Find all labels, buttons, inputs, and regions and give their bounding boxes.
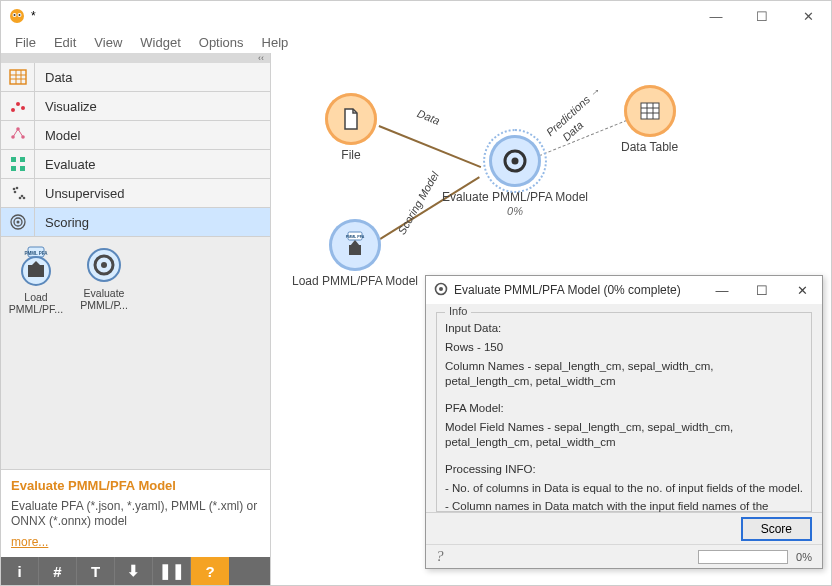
node-progress: 0% xyxy=(507,205,523,217)
help-icon[interactable]: ? xyxy=(436,548,444,565)
node-evaluate-pmml-pfa[interactable]: Evaluate PMML/PFA Model 0% xyxy=(435,135,595,217)
svg-point-23 xyxy=(15,187,18,190)
table-icon xyxy=(1,63,35,92)
widget-label: Evaluate PMML/P... xyxy=(75,287,133,311)
popup-maximize[interactable]: ☐ xyxy=(742,276,782,304)
info-text: Model Field Names - sepal_length_cm, sep… xyxy=(445,420,803,450)
sidebar: ‹‹ Data Visualize Model Evaluate xyxy=(1,53,271,585)
edge-label: Data xyxy=(416,107,442,127)
node-label: Evaluate PMML/PFA Model xyxy=(442,191,588,205)
menu-file[interactable]: File xyxy=(7,33,44,52)
widget-label: Load PMML/PF... xyxy=(7,291,65,315)
help-panel: Evaluate PMML/PFA Model Evaluate PFA (*.… xyxy=(1,469,270,557)
sidebar-item-visualize[interactable]: Visualize xyxy=(1,92,270,121)
info-text: Input Data: xyxy=(445,321,803,336)
menu-view[interactable]: View xyxy=(86,33,130,52)
popup-minimize[interactable]: — xyxy=(702,276,742,304)
svg-rect-19 xyxy=(20,157,25,162)
svg-point-22 xyxy=(12,188,15,191)
svg-rect-5 xyxy=(10,70,26,84)
svg-point-27 xyxy=(22,197,25,200)
node-load-pmml-pfa[interactable]: PMML PFA Load PMML/PFA Model xyxy=(285,219,425,289)
statusbar-help[interactable]: ? xyxy=(191,557,229,585)
load-model-icon: PMML PFA xyxy=(14,245,58,289)
sidebar-item-scoring[interactable]: Scoring xyxy=(1,208,270,237)
node-label: File xyxy=(341,149,360,163)
statusbar-text[interactable]: T xyxy=(77,557,115,585)
window-close[interactable]: ✕ xyxy=(785,1,831,31)
node-file[interactable]: File xyxy=(325,93,377,163)
evaluate-pmml-pfa-window: Evaluate PMML/PFA Model (0% complete) — … xyxy=(425,275,823,569)
svg-line-16 xyxy=(13,129,18,137)
svg-line-17 xyxy=(18,129,23,137)
statusbar-download[interactable]: ⬇ xyxy=(115,557,153,585)
tree-icon xyxy=(1,121,35,150)
info-text: Processing INFO: xyxy=(445,462,803,477)
menu-help[interactable]: Help xyxy=(254,33,297,52)
widget-load-pmml-pfa[interactable]: PMML PFA Load PMML/PF... xyxy=(7,245,65,315)
titlebar: * — ☐ ✕ xyxy=(1,1,831,31)
menu-options[interactable]: Options xyxy=(191,33,252,52)
svg-point-0 xyxy=(10,9,24,23)
help-title: Evaluate PMML/PFA Model xyxy=(11,478,260,493)
progress-bar xyxy=(698,550,788,564)
sidebar-collapse-handle[interactable]: ‹‹ xyxy=(1,53,270,63)
target-icon xyxy=(434,282,448,299)
svg-point-10 xyxy=(11,108,15,112)
sidebar-item-model[interactable]: Model xyxy=(1,121,270,150)
status-bar: i # T ⬇ ❚❚ ? xyxy=(1,557,270,585)
info-text: - Column names in Data match with the in… xyxy=(445,499,803,512)
target-icon xyxy=(1,208,35,237)
window-minimize[interactable]: — xyxy=(693,1,739,31)
window-maximize[interactable]: ☐ xyxy=(739,1,785,31)
help-more-link[interactable]: more... xyxy=(11,535,48,549)
statusbar-info[interactable]: i xyxy=(1,557,39,585)
cluster-icon xyxy=(1,179,35,208)
svg-text:PMML PFA: PMML PFA xyxy=(24,251,48,256)
menu-edit[interactable]: Edit xyxy=(46,33,84,52)
info-text: PFA Model: xyxy=(445,401,803,416)
sidebar-item-unsupervised[interactable]: Unsupervised xyxy=(1,179,270,208)
svg-point-25 xyxy=(20,195,23,198)
sidebar-item-label: Data xyxy=(35,70,72,85)
info-group-title: Info xyxy=(445,305,471,317)
svg-point-11 xyxy=(16,102,20,106)
info-text: Rows - 150 xyxy=(445,340,803,355)
svg-rect-18 xyxy=(11,157,16,162)
popup-close[interactable]: ✕ xyxy=(782,276,822,304)
svg-point-3 xyxy=(14,14,16,16)
svg-point-24 xyxy=(13,191,16,194)
app-icon xyxy=(9,8,25,24)
sidebar-item-label: Unsupervised xyxy=(35,186,125,201)
svg-point-12 xyxy=(21,106,25,110)
evaluate-model-icon xyxy=(84,245,124,285)
sidebar-item-label: Visualize xyxy=(35,99,97,114)
svg-point-26 xyxy=(18,197,21,200)
progress-percent: 0% xyxy=(796,551,812,563)
sidebar-item-label: Scoring xyxy=(35,215,89,230)
info-text: - No. of columns in Data is equal to the… xyxy=(445,481,803,496)
info-text: Column Names - sepal_length_cm, sepal_wi… xyxy=(445,359,803,389)
statusbar-pause[interactable]: ❚❚ xyxy=(153,557,191,585)
node-data-table[interactable]: Data Table xyxy=(621,85,678,155)
scatter-icon xyxy=(1,92,35,121)
svg-point-4 xyxy=(19,14,21,16)
node-label: Data Table xyxy=(621,141,678,155)
help-body: Evaluate PFA (*.json, *.yaml), PMML (*.x… xyxy=(11,499,260,529)
sidebar-item-data[interactable]: Data xyxy=(1,63,270,92)
window-title: * xyxy=(31,9,36,23)
matrix-icon xyxy=(1,150,35,179)
sidebar-item-label: Evaluate xyxy=(35,157,96,172)
menu-widget[interactable]: Widget xyxy=(132,33,188,52)
sidebar-item-evaluate[interactable]: Evaluate xyxy=(1,150,270,179)
popup-title: Evaluate PMML/PFA Model (0% complete) xyxy=(454,283,681,297)
score-button[interactable]: Score xyxy=(741,517,812,541)
svg-rect-21 xyxy=(20,166,25,171)
svg-point-51 xyxy=(439,287,443,291)
widget-evaluate-pmml-pfa[interactable]: Evaluate PMML/P... xyxy=(75,245,133,315)
node-label: Load PMML/PFA Model xyxy=(292,275,418,289)
sidebar-item-label: Model xyxy=(35,128,80,143)
menubar: File Edit View Widget Options Help xyxy=(1,31,831,53)
statusbar-grid[interactable]: # xyxy=(39,557,77,585)
svg-point-38 xyxy=(101,262,107,268)
